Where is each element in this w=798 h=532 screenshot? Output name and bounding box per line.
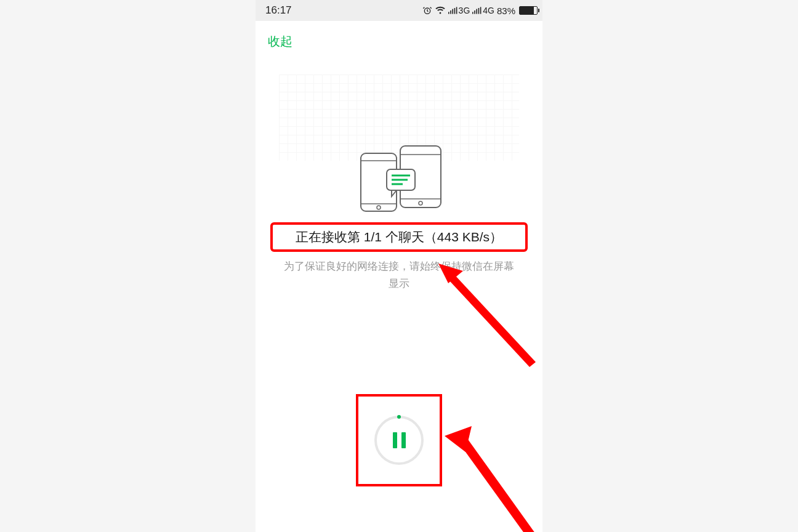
svg-marker-26: [459, 436, 537, 532]
svg-rect-10: [480, 7, 482, 14]
phone-transfer-icon: [344, 142, 454, 216]
signal-4g: 4G: [472, 6, 494, 15]
status-bar: 16:17 3G 4G 83%: [256, 0, 542, 21]
alarm-icon: [422, 6, 432, 15]
transfer-status-text: 正在接收第 1/1 个聊天（443 KB/s）: [276, 227, 522, 247]
battery-icon: [519, 6, 538, 15]
pause-highlight-box: [356, 394, 442, 486]
svg-rect-4: [454, 8, 455, 14]
wifi-icon: [435, 6, 446, 15]
svg-rect-6: [472, 12, 474, 14]
annotation-arrow-bottom: [437, 419, 548, 532]
pause-area: [356, 394, 442, 486]
signal-icon: [448, 7, 458, 14]
svg-rect-3: [452, 9, 453, 14]
status-time: 16:17: [265, 4, 292, 17]
collapse-button[interactable]: 收起: [256, 21, 305, 62]
battery-percent: 83%: [497, 6, 515, 16]
svg-rect-9: [478, 8, 480, 14]
svg-rect-5: [456, 7, 457, 14]
signal-icon: [472, 7, 482, 14]
progress-indicator-dot: [397, 415, 401, 419]
status-highlight-box: 正在接收第 1/1 个聊天（443 KB/s）: [270, 222, 528, 252]
svg-rect-1: [448, 12, 449, 14]
svg-marker-24: [449, 275, 536, 367]
status-indicators: 3G 4G 83%: [422, 6, 538, 16]
svg-rect-7: [474, 10, 475, 14]
annotation-arrow-top: [431, 259, 542, 369]
pause-icon: [393, 432, 406, 448]
svg-rect-2: [450, 10, 451, 14]
label-3g: 3G: [459, 6, 470, 15]
label-4g: 4G: [483, 6, 494, 15]
pause-button[interactable]: [374, 416, 424, 465]
signal-3g: 3G: [448, 6, 470, 15]
svg-rect-8: [477, 9, 478, 14]
